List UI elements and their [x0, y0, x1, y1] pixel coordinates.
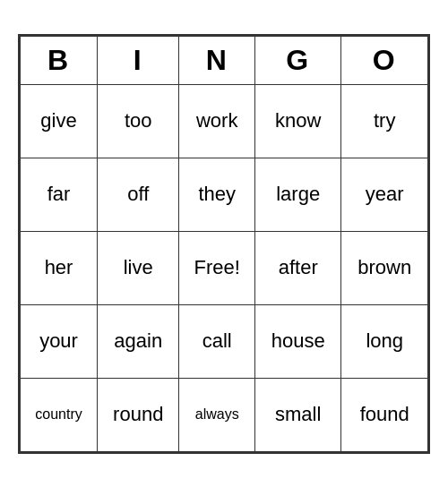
table-row: countryroundalwayssmallfound — [21, 378, 428, 451]
table-cell: work — [179, 84, 255, 158]
table-cell: her — [21, 231, 98, 304]
table-cell: year — [341, 158, 428, 231]
table-cell: long — [341, 304, 428, 378]
table-row: herliveFree!afterbrown — [21, 231, 428, 304]
table-cell: country — [21, 378, 98, 451]
table-cell: try — [341, 84, 428, 158]
table-cell: off — [98, 158, 179, 231]
table-cell: give — [21, 84, 98, 158]
bingo-table: B I N G O givetooworkknowtryfarofftheyla… — [20, 36, 428, 452]
header-g: G — [254, 36, 341, 84]
table-cell: house — [254, 304, 341, 378]
table-cell: live — [98, 231, 179, 304]
header-i: I — [98, 36, 179, 84]
bingo-card: B I N G O givetooworkknowtryfarofftheyla… — [18, 34, 430, 454]
header-row: B I N G O — [21, 36, 428, 84]
table-cell: call — [179, 304, 255, 378]
table-cell: Free! — [179, 231, 255, 304]
header-b: B — [21, 36, 98, 84]
table-cell: far — [21, 158, 98, 231]
table-cell: know — [254, 84, 341, 158]
table-cell: always — [179, 378, 255, 451]
table-cell: after — [254, 231, 341, 304]
table-cell: small — [254, 378, 341, 451]
table-cell: too — [98, 84, 179, 158]
table-row: givetooworkknowtry — [21, 84, 428, 158]
table-cell: round — [98, 378, 179, 451]
table-cell: your — [21, 304, 98, 378]
table-cell: large — [254, 158, 341, 231]
table-cell: brown — [341, 231, 428, 304]
table-cell: again — [98, 304, 179, 378]
table-row: farofftheylargeyear — [21, 158, 428, 231]
table-row: youragaincallhouselong — [21, 304, 428, 378]
header-n: N — [179, 36, 255, 84]
header-o: O — [341, 36, 428, 84]
table-cell: found — [341, 378, 428, 451]
table-cell: they — [179, 158, 255, 231]
